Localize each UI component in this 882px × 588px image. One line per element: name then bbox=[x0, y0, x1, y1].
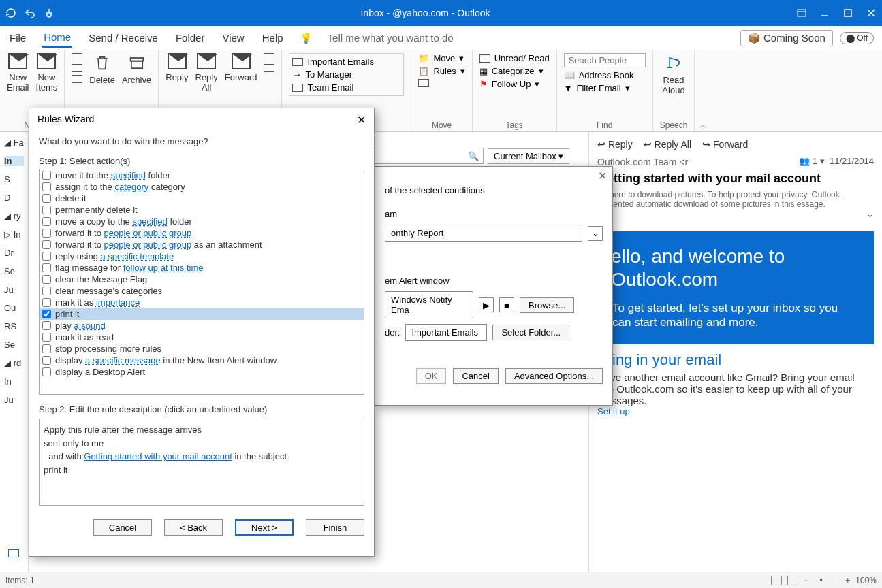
action-checkbox[interactable] bbox=[42, 310, 51, 318]
rule-description[interactable]: Apply this rule after the message arrive… bbox=[39, 419, 364, 506]
favorites-header[interactable]: ◢ Fa bbox=[4, 137, 24, 148]
folder-item[interactable]: ▷ In bbox=[4, 229, 24, 240]
action-item[interactable]: assign it to the category category bbox=[40, 181, 364, 193]
folder-item[interactable]: Se bbox=[4, 266, 24, 276]
coming-soon-toggle[interactable]: ⬤ Off bbox=[840, 32, 874, 44]
people-icon[interactable]: 👥 1 ▾ bbox=[799, 156, 824, 166]
collapse-ribbon-icon[interactable]: ︿ bbox=[699, 119, 708, 131]
action-checkbox[interactable] bbox=[42, 344, 51, 353]
action-link[interactable]: a sound bbox=[74, 321, 105, 331]
search-people-input[interactable] bbox=[564, 53, 646, 67]
more-respond-icon[interactable] bbox=[264, 64, 274, 72]
setup-link[interactable]: Set it up bbox=[597, 406, 874, 416]
folder-item[interactable]: Ou bbox=[4, 303, 24, 313]
action-checkbox[interactable] bbox=[42, 368, 51, 376]
archive-button[interactable]: Archive bbox=[122, 53, 151, 85]
action-link[interactable]: specified bbox=[111, 170, 146, 180]
action-checkbox[interactable] bbox=[42, 206, 51, 214]
minimize-icon[interactable] bbox=[819, 7, 830, 18]
search-scope-dropdown[interactable]: Current Mailbox ▾ bbox=[488, 148, 569, 164]
action-checkbox[interactable] bbox=[42, 287, 51, 295]
dropdown-icon[interactable]: ⌄ bbox=[588, 226, 603, 241]
coming-soon-button[interactable]: 📦 Coming Soon bbox=[740, 30, 833, 46]
account-header[interactable]: ◢ rd bbox=[4, 358, 24, 368]
action-link[interactable]: importance bbox=[96, 297, 140, 308]
folder-item[interactable]: RS bbox=[4, 321, 24, 331]
action-checkbox[interactable] bbox=[42, 182, 51, 191]
action-item[interactable]: move it to the specified folder bbox=[40, 169, 364, 181]
tab-view[interactable]: View bbox=[221, 29, 245, 46]
action-checkbox[interactable] bbox=[42, 263, 51, 272]
play-icon[interactable]: ▶ bbox=[479, 297, 494, 312]
tab-home[interactable]: Home bbox=[42, 29, 72, 48]
filter-email-button[interactable]: ▼Filter Email ▾ bbox=[564, 83, 646, 93]
advanced-button[interactable]: Advanced Options... bbox=[505, 368, 603, 384]
address-book-button[interactable]: 📖Address Book bbox=[564, 70, 646, 80]
delete-button[interactable]: Delete bbox=[89, 53, 115, 85]
folder-item[interactable]: Ju bbox=[4, 284, 24, 295]
action-checkbox[interactable] bbox=[42, 333, 51, 342]
action-item[interactable]: clear message's categories bbox=[40, 285, 364, 297]
zoom-in-button[interactable]: + bbox=[845, 576, 850, 585]
action-item[interactable]: print it bbox=[40, 308, 364, 320]
touch-icon[interactable] bbox=[44, 7, 54, 18]
onenote-button[interactable] bbox=[418, 79, 464, 87]
folder-item[interactable]: D bbox=[4, 193, 24, 203]
action-link[interactable]: people or public group bbox=[104, 240, 192, 250]
account-header[interactable]: ◢ ry bbox=[4, 211, 24, 221]
close-icon[interactable] bbox=[866, 7, 877, 18]
action-item[interactable]: forward it to people or public group bbox=[40, 227, 364, 239]
action-item[interactable]: reply using a specific template bbox=[40, 250, 364, 262]
sound-field[interactable]: Windows Notify Ema bbox=[385, 291, 473, 318]
action-item[interactable]: move a copy to the specified folder bbox=[40, 216, 364, 227]
new-items-button[interactable]: New Items bbox=[36, 53, 58, 93]
view-reading-icon[interactable] bbox=[787, 576, 798, 585]
refresh-icon[interactable] bbox=[5, 7, 16, 18]
unread-button[interactable]: Unread/ Read bbox=[479, 53, 550, 63]
action-checkbox[interactable] bbox=[42, 252, 51, 261]
subject-field[interactable]: onthly Report bbox=[385, 225, 582, 242]
tell-me-input[interactable]: Tell me what you want to do bbox=[328, 32, 454, 44]
cleanup-icon[interactable] bbox=[72, 64, 82, 72]
action-item[interactable]: flag message for follow up at this time bbox=[40, 262, 364, 274]
action-item[interactable]: stop processing more rules bbox=[40, 343, 364, 355]
action-checkbox[interactable] bbox=[42, 321, 51, 330]
tab-folder[interactable]: Folder bbox=[174, 29, 206, 46]
folder-item[interactable]: Ju bbox=[4, 395, 24, 405]
reply-action[interactable]: ↩ Reply bbox=[597, 139, 633, 150]
image-warning[interactable]: ick here to download pictures. To help p… bbox=[597, 190, 874, 209]
subject-link[interactable]: Getting started with your mail account bbox=[84, 451, 232, 461]
inbox-folder[interactable]: In bbox=[4, 156, 24, 166]
tab-file[interactable]: File bbox=[8, 29, 27, 46]
action-link[interactable]: a specific template bbox=[100, 251, 174, 261]
folder-item[interactable]: S bbox=[4, 174, 24, 184]
qs-manager[interactable]: →To Manager bbox=[292, 69, 400, 80]
action-item[interactable]: permanently delete it bbox=[40, 204, 364, 216]
expand-caret-icon[interactable]: ⌄ bbox=[597, 209, 874, 219]
rules-button[interactable]: 📋Rules ▾ bbox=[418, 66, 464, 76]
qs-important[interactable]: Important Emails bbox=[292, 56, 400, 67]
cancel-button[interactable]: Cancel bbox=[453, 368, 498, 384]
folder-field[interactable]: Important Emails bbox=[405, 324, 487, 341]
cancel-button[interactable]: Cancel bbox=[93, 519, 152, 536]
undo-icon[interactable] bbox=[25, 7, 35, 18]
action-checkbox[interactable] bbox=[42, 171, 51, 180]
select-folder-button[interactable]: Select Folder... bbox=[492, 325, 569, 340]
actions-list[interactable]: move it to the specified folderassign it… bbox=[39, 169, 364, 395]
action-checkbox[interactable] bbox=[42, 229, 51, 238]
next-button[interactable]: Next > bbox=[235, 519, 294, 536]
finish-button[interactable]: Finish bbox=[306, 519, 364, 536]
action-checkbox[interactable] bbox=[42, 217, 51, 226]
reply-all-button[interactable]: Reply All bbox=[195, 53, 218, 93]
reply-all-action[interactable]: ↩ Reply All bbox=[644, 139, 691, 150]
folder-item[interactable]: In bbox=[4, 376, 24, 387]
zoom-slider[interactable]: ─•─── bbox=[814, 576, 840, 585]
action-link[interactable]: a specific message bbox=[85, 355, 161, 365]
folder-item[interactable]: Se bbox=[4, 340, 24, 350]
move-button[interactable]: 📁Move ▾ bbox=[418, 53, 464, 63]
action-item[interactable]: mark it as read bbox=[40, 331, 364, 343]
action-item[interactable]: mark it as importance bbox=[40, 297, 364, 308]
action-link[interactable]: people or public group bbox=[104, 228, 192, 238]
action-checkbox[interactable] bbox=[42, 356, 51, 365]
zoom-out-button[interactable]: − bbox=[804, 576, 808, 585]
